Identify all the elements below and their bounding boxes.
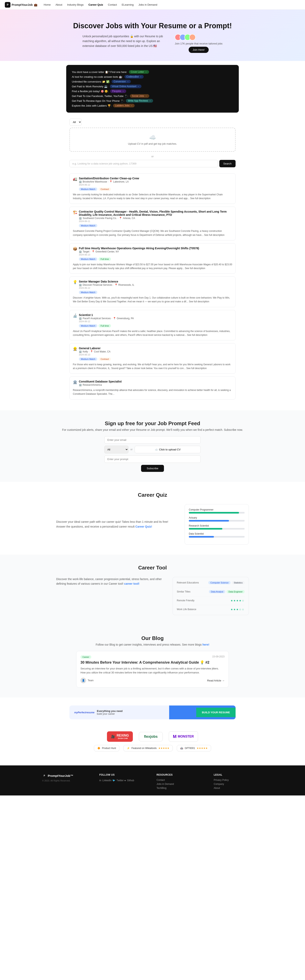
search-button[interactable]: Search [219, 160, 236, 167]
quiz-bar-0: Computer Programmer [189, 508, 244, 514]
footer-link-jobs-in-demand[interactable]: Jobs in Demand [156, 783, 206, 786]
footer-link-privacy[interactable]: Privacy Policy [214, 779, 263, 781]
footer-github[interactable]: ● Github [125, 779, 134, 782]
footer-twitter[interactable]: 🐦 Twitter [112, 779, 124, 782]
search-bar: Search [69, 160, 236, 167]
nav-career-quiz[interactable]: Career Quiz [88, 3, 103, 6]
gptcool-stars: ★★★★★ [196, 747, 208, 749]
nav-links: Home About Industry Blogs Career Quiz Co… [44, 3, 300, 6]
signup-filter-select[interactable]: All [104, 445, 128, 453]
blog-avatar: 👤 [80, 678, 86, 683]
promo-badge-3[interactable]: Virtual Online Assistant → [110, 84, 142, 88]
job-description-2: Apply to join our team today Warehouse W… [73, 262, 232, 270]
job-card-2: 📦 Full time Hourly Warehouse Operations … [69, 243, 236, 274]
search-input[interactable] [69, 160, 218, 167]
job-description-1: Southwest Concrete Paving Project Contra… [73, 229, 232, 237]
promo-badge-1[interactable]: CodlessBot → [125, 75, 144, 78]
nav-industry-blogs[interactable]: Industry Blogs [67, 3, 83, 6]
career-tool-section: Career Tool Discover the work-life balan… [0, 555, 305, 625]
quiz-bar-3: Data Scientist [189, 532, 244, 538]
footer-link-contact[interactable]: Contact [156, 779, 206, 781]
career-tool-link[interactable]: career tool! [124, 582, 139, 585]
location-icon-5: 📍 [90, 350, 93, 353]
partner-monster: M MONSTER [169, 731, 198, 742]
site-footer: P PromptYourJob™ © 2023. All Rights Rese… [0, 765, 305, 795]
signup-section: Sign up free for your Job Prompt Feed Fo… [0, 410, 305, 482]
promo-badge-0[interactable]: Cover Letter → [129, 70, 149, 74]
ad-left: myPerfectresume Everything you need buil… [69, 705, 196, 719]
blog-excerpt: Securing an interview for your dream job… [80, 667, 225, 675]
signup-title: Sign up free for your Job Prompt Feed [5, 420, 300, 426]
promo-badge-5[interactable]: Social Jobs → [130, 94, 149, 98]
quiz-description: Discover your ideal career path with our… [56, 520, 177, 529]
job-tag-2-0: Medium Match [79, 258, 97, 261]
promo-badge-2[interactable]: Conversion → [112, 80, 131, 83]
tool-row-value-3: ★★★☆☆ [230, 608, 244, 611]
job-card-3: 💡 Senior Manager Data Science 🏢 Discover… [69, 277, 236, 307]
join-button[interactable]: Join Here! [188, 47, 209, 53]
blog-author: 👤 Team [80, 678, 94, 683]
career-quiz-link[interactable]: Career Quiz! [136, 525, 152, 528]
tool-row-value-1: Data Analyst Data Engineer [209, 590, 244, 593]
tool-row-2: Remote Friendly ★★★★☆ [177, 599, 244, 605]
promo-text-2: Unlimited file conversions 📁 ✅: [72, 80, 110, 83]
search-section: All ☁️ Upload CV in pdf and get top job … [66, 119, 239, 167]
blog-tag: Career [80, 655, 91, 659]
nav-elearning[interactable]: ELearning [122, 3, 134, 6]
job-description-4: About Us Pace® Analytical Services Pace®… [73, 329, 232, 337]
filter-select[interactable]: All [69, 119, 81, 126]
promo-badge-6[interactable]: Write App Reviews → [126, 99, 153, 103]
signup-email-input[interactable] [104, 436, 201, 444]
badge-wikiaitools: ⚡ Featured on Wikiaitools ★★★★★ [123, 745, 172, 751]
company-icon-6: 🏢 [79, 383, 82, 386]
job-emoji-5: 👷 [73, 347, 77, 351]
nav-logo[interactable]: P PromptYourJob 💼 [5, 2, 37, 8]
location-icon-2: 📍 [92, 250, 95, 253]
subscribe-button[interactable]: Subscribe [141, 465, 164, 472]
upload-area[interactable]: ☁️ Upload CV in pdf and get top job matc… [69, 127, 236, 152]
location-icon-1: 📍 [119, 217, 122, 220]
footer-link-about[interactable]: About [214, 787, 263, 789]
read-article-link[interactable]: Read Article → [207, 679, 225, 682]
ad-banner: myPerfectresume Everything you need buil… [69, 705, 236, 719]
job-title-1: Contractor Quality Control Manager - Hea… [79, 210, 232, 216]
logo-emoji: 💼 [34, 3, 37, 6]
badge-wikiaitools-text: Featured on Wikiaitools [131, 747, 156, 749]
badge-product-hunt: 🔶 Product Hunt [94, 745, 120, 751]
footer-linkedin[interactable]: in LinkedIn [99, 779, 112, 782]
badges-row: 🔶 Product Hunt ⚡ Featured on Wikiaitools… [5, 745, 300, 751]
job-tag-2-1: Full time [99, 258, 111, 261]
quiz-bar-fill-2 [189, 528, 222, 530]
nav-about[interactable]: About [55, 3, 62, 6]
job-date-5: 2024-06-13 [79, 353, 232, 356]
job-tag-5-1: Contract [99, 358, 111, 361]
job-card-1: 🏗️ Contractor Quality Control Manager - … [69, 207, 236, 240]
partners-section: 🎥 REXINGDASH CAM flexjobs M MONSTER 🔶 Pr… [0, 725, 305, 757]
build-resume-button[interactable]: BUILD YOUR RESUME [196, 708, 236, 717]
github-icon: ● [125, 779, 126, 782]
footer-link-company[interactable]: Company [214, 783, 263, 786]
job-emoji-4: 🔬 [73, 313, 77, 318]
signup-prompt-input[interactable] [104, 455, 201, 463]
job-tag-1-0: Medium Match [79, 224, 97, 227]
monster-icon: M [173, 734, 177, 739]
promo-badge-4[interactable]: Flexjobs → [110, 89, 126, 93]
promo-badge-7[interactable]: Ladders Jobs → [113, 104, 134, 107]
nav-contact[interactable]: Contact [108, 3, 117, 6]
job-date-3: 2024-06-12 [79, 287, 232, 289]
tool-left: Discover the work-life balance, career p… [56, 577, 164, 587]
footer-link-techblog[interactable]: TechBlog [156, 787, 206, 789]
job-company-4: 🏢 Pace® Analytical Services · 📍 Greensbu… [79, 317, 232, 320]
blog-more-link[interactable]: here! [203, 643, 209, 646]
job-title-2: Full time Hourly Warehouse Operations Op… [79, 247, 232, 250]
footer-follow-title: FOLLOW US [99, 773, 149, 776]
nav-home[interactable]: Home [44, 3, 51, 6]
job-description-0: We are currently looking for dedicated i… [73, 193, 232, 200]
nav-jobs-in-demand[interactable]: Jobs in Demand [139, 3, 157, 6]
job-company-6: 🏢 ResearchAmerica [79, 383, 232, 386]
upload-cv-button[interactable]: ☁️ Click to upload CV [135, 446, 201, 453]
ad-tagline: Everything you need [97, 710, 123, 713]
job-title-5: General Laborer [79, 347, 232, 350]
job-title-6: Constituent Database Specialist [79, 380, 232, 383]
footer-resources-title: RESOURCES [156, 773, 206, 776]
